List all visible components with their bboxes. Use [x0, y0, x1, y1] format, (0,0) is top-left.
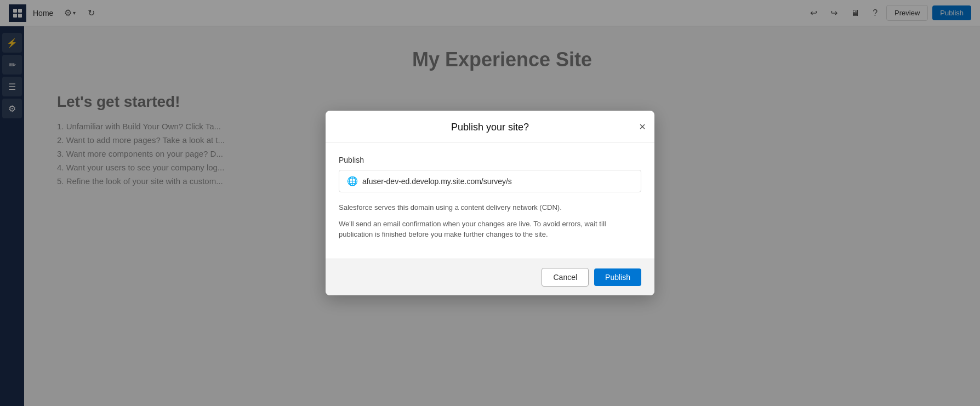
site-url: afuser-dev-ed.develop.my.site.com/survey…	[362, 177, 512, 186]
modal-section-label: Publish	[339, 156, 641, 164]
publish-button[interactable]: Publish	[594, 268, 641, 286]
email-info-text: We'll send an email confirmation when yo…	[339, 219, 641, 240]
modal-close-button[interactable]: ×	[639, 121, 646, 132]
globe-icon: 🌐	[347, 176, 358, 186]
modal-header: Publish your site? ×	[326, 111, 654, 142]
cancel-button[interactable]: Cancel	[542, 268, 589, 287]
modal-body: Publish 🌐 afuser-dev-ed.develop.my.site.…	[326, 142, 654, 259]
modal-footer: Cancel Publish	[326, 259, 654, 295]
modal-title: Publish your site?	[451, 122, 529, 133]
modal-overlay: Publish your site? × Publish 🌐 afuser-de…	[0, 0, 980, 406]
cdn-info-text: Salesforce serves this domain using a co…	[339, 202, 641, 213]
publish-modal: Publish your site? × Publish 🌐 afuser-de…	[326, 111, 654, 295]
url-box: 🌐 afuser-dev-ed.develop.my.site.com/surv…	[339, 170, 641, 192]
